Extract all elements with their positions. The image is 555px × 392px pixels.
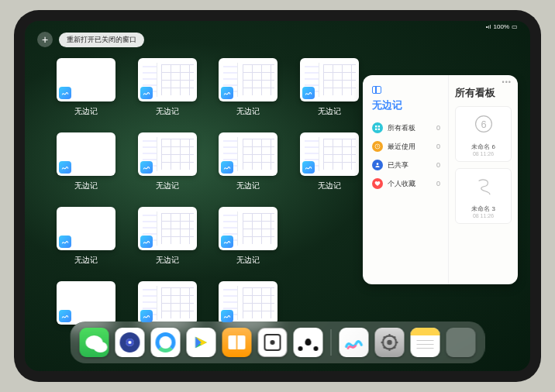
freeform-app-icon [59, 236, 71, 248]
dock [71, 322, 485, 363]
reopen-closed-window-button[interactable]: 重新打开已关闭的窗口 [59, 33, 144, 47]
svg-rect-0 [375, 126, 377, 127]
scribble-icon: 6 [471, 112, 496, 136]
status-bar: •ıl 100% ▭ [486, 23, 518, 30]
freeform-app-icon [140, 87, 153, 99]
scribble-icon [471, 174, 496, 198]
svg-point-5 [377, 163, 379, 165]
freeform-app-icon [59, 161, 71, 174]
sidebar-toggle-icon[interactable] [372, 86, 381, 94]
app-thumbnail-label: 无边记 [74, 255, 98, 266]
panel-content: 所有看板 6 未命名 6 08 11:26 未命名 3 08 11:26 [448, 75, 518, 284]
app-thumbnail[interactable]: 无边记 [296, 132, 364, 191]
board-date: 08 11:26 [460, 151, 506, 156]
app-thumbnail[interactable]: 无边记 [134, 58, 202, 117]
app-thumbnail-label: 无边记 [236, 255, 260, 266]
app-thumbnail[interactable]: 无边记 [134, 207, 202, 266]
freeform-app-icon [59, 310, 71, 322]
board-card[interactable]: 6 未命名 6 08 11:26 [455, 106, 512, 162]
panel-sidebar: 无边记 所有看板 0 最近使用 0 已共享 0 [363, 75, 448, 284]
dock-app-quark[interactable] [115, 328, 145, 357]
board-name: 未命名 6 [460, 143, 506, 151]
freeform-app-icon [59, 87, 71, 99]
category-count: 0 [436, 161, 440, 169]
freeform-app-icon [140, 236, 153, 248]
app-thumbnail[interactable]: 无边记 [53, 58, 120, 117]
dock-app-notes[interactable] [411, 328, 440, 357]
ipad-frame: •ıl 100% ▭ + 重新打开已关闭的窗口 无边记 无边记 无边记 [14, 10, 541, 382]
freeform-app-icon [221, 236, 233, 248]
grid-icon [372, 122, 383, 133]
app-thumbnail-label: 无边记 [318, 181, 341, 191]
clock-icon [372, 141, 383, 152]
freeform-preview-panel[interactable]: ••• 无边记 所有看板 0 最近使用 0 已共享 0 [363, 75, 518, 284]
app-switcher-grid: 无边记 无边记 无边记 无边记 无边记 无边记 [53, 58, 363, 340]
app-thumbnail[interactable]: 无边记 [215, 58, 282, 117]
board-card[interactable]: 未命名 3 08 11:26 [455, 168, 512, 224]
app-thumbnail[interactable]: 无边记 [296, 58, 364, 117]
svg-line-14 [384, 336, 385, 338]
app-thumbnail-label: 无边记 [156, 181, 179, 191]
app-thumbnail-label: 无边记 [156, 106, 179, 117]
dock-separator [331, 329, 332, 356]
svg-rect-2 [375, 129, 377, 130]
dock-app-folder[interactable] [446, 328, 476, 357]
app-thumbnail-label: 无边记 [74, 106, 98, 117]
category-count: 0 [436, 143, 440, 150]
app-thumbnail-label: 无边记 [236, 106, 260, 117]
heart-icon [372, 178, 383, 189]
freeform-app-icon [221, 161, 233, 174]
app-thumbnail[interactable]: 无边记 [53, 207, 120, 266]
app-thumbnail[interactable]: 无边记 [215, 207, 282, 266]
svg-text:6: 6 [481, 119, 486, 130]
freeform-app-icon [221, 310, 233, 322]
panel-left-title: 无边记 [372, 98, 440, 112]
category-favorites[interactable]: 个人收藏 0 [372, 174, 440, 193]
svg-line-15 [394, 346, 395, 348]
new-window-button[interactable]: + [37, 32, 53, 47]
svg-rect-1 [378, 126, 380, 127]
category-label: 个人收藏 [388, 179, 415, 189]
category-all-boards[interactable]: 所有看板 0 [372, 119, 440, 137]
svg-rect-3 [378, 129, 380, 130]
screen: •ıl 100% ▭ + 重新打开已关闭的窗口 无边记 无边记 无边记 [25, 21, 530, 371]
svg-line-16 [384, 346, 385, 348]
svg-point-9 [387, 340, 392, 346]
dock-app-nodes[interactable] [294, 328, 323, 357]
category-count: 0 [436, 124, 440, 132]
battery-icon: ▭ [512, 23, 518, 30]
person-icon [372, 160, 383, 170]
category-label: 已共享 [388, 160, 408, 170]
category-count: 0 [436, 180, 440, 187]
board-name: 未命名 3 [460, 205, 506, 213]
freeform-app-icon [302, 87, 315, 99]
dock-app-freeform[interactable] [340, 328, 369, 357]
more-icon[interactable]: ••• [502, 78, 512, 86]
dock-app-wechat[interactable] [80, 328, 109, 357]
dock-app-books[interactable] [222, 328, 252, 357]
app-thumbnail-label: 无边记 [156, 255, 179, 266]
app-thumbnail-label: 无边记 [318, 106, 341, 117]
app-thumbnail[interactable]: 无边记 [215, 132, 282, 191]
freeform-app-icon [221, 87, 233, 99]
category-label: 所有看板 [388, 123, 415, 133]
app-thumbnail-label: 无边记 [236, 181, 260, 191]
category-shared[interactable]: 已共享 0 [372, 156, 440, 174]
dock-app-play[interactable] [187, 328, 216, 357]
svg-line-17 [394, 336, 395, 338]
dock-app-settings[interactable] [375, 328, 405, 357]
category-label: 最近使用 [388, 142, 415, 152]
battery-label: 100% [494, 23, 509, 30]
signal-icon: •ıl [486, 23, 491, 30]
app-thumbnail-label: 无边记 [74, 181, 98, 191]
dock-app-browser[interactable] [151, 328, 181, 357]
app-thumbnail[interactable]: 无边记 [134, 132, 202, 191]
category-recent[interactable]: 最近使用 0 [372, 137, 440, 156]
top-controls: + 重新打开已关闭的窗口 [37, 32, 144, 47]
app-thumbnail[interactable]: 无边记 [53, 132, 120, 191]
dock-app-dice[interactable] [258, 328, 288, 357]
board-date: 08 11:26 [460, 213, 506, 218]
freeform-app-icon [140, 161, 153, 174]
freeform-app-icon [140, 310, 153, 322]
freeform-app-icon [302, 161, 315, 174]
